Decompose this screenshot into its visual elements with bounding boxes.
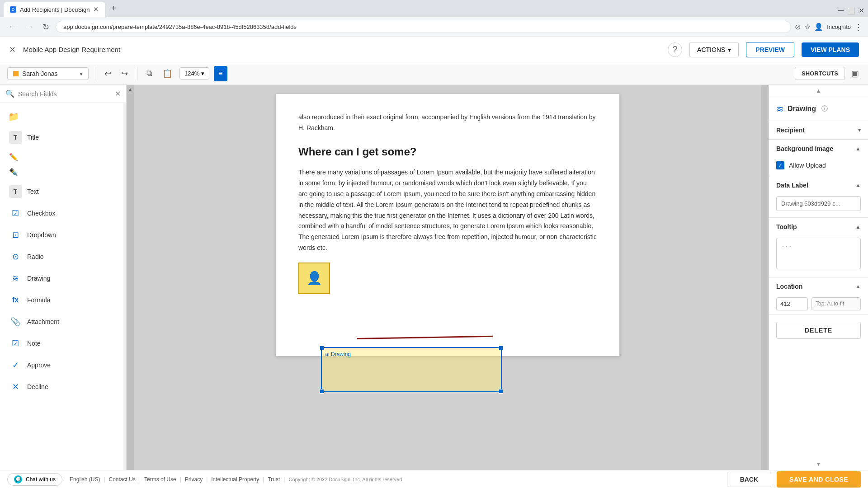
field-item-note[interactable]: ☑ Note: [0, 333, 126, 354]
back-nav-btn[interactable]: ←: [5, 20, 19, 33]
field-item-label-drawing: Drawing: [27, 275, 50, 282]
browser-tab[interactable]: D Add Recipients | DocuSign ✕: [4, 2, 105, 17]
search-input[interactable]: [18, 90, 111, 98]
close-doc-btn[interactable]: ✕: [9, 45, 16, 55]
drawing-field[interactable]: ≋ Drawing: [321, 347, 502, 392]
footer-ip-link[interactable]: Intellectual Property: [211, 476, 259, 483]
chat-us-btn[interactable]: 💬 Chat with us: [7, 473, 62, 486]
doc-area: ▲ also reproduced in their exact origina…: [127, 85, 769, 470]
minimize-icon[interactable]: ─: [838, 6, 844, 15]
profile-btn[interactable]: 👤: [814, 23, 823, 31]
zoom-selector[interactable]: 124% ▾: [179, 67, 209, 80]
tool-item-2[interactable]: ✒️: [7, 165, 119, 179]
browser-chrome: D Add Recipients | DocuSign ✕ + ─ ⬜ ✕: [0, 0, 868, 17]
delete-btn[interactable]: DELETE: [776, 322, 861, 339]
drawing-field-resize-tr[interactable]: [499, 346, 503, 350]
panel-scroll-up[interactable]: ▲: [769, 85, 868, 97]
doc-right-scroll[interactable]: [761, 85, 769, 470]
drawing-field-resize-br[interactable]: [499, 389, 503, 394]
data-label-input[interactable]: [776, 196, 861, 211]
tooltip-header[interactable]: Tooltip ▲: [769, 218, 868, 236]
view-plans-btn[interactable]: VIEW PLANS: [802, 42, 859, 57]
undo-btn[interactable]: ↩: [102, 66, 114, 81]
footer-contact-link[interactable]: Contact Us: [109, 476, 136, 483]
attachment-icon: 📎: [9, 315, 22, 328]
drawing-field-resize-tl[interactable]: [320, 346, 324, 350]
location-header[interactable]: Location ▲: [769, 277, 868, 296]
tab-title: Add Recipients | DocuSign: [20, 6, 90, 13]
field-item-text[interactable]: T Text: [0, 181, 126, 202]
footer-privacy-link[interactable]: Privacy: [185, 476, 203, 483]
screen-reader-btn[interactable]: ⊘: [795, 23, 801, 31]
field-item-folder[interactable]: 📁: [0, 107, 126, 127]
note-icon: ☑: [9, 337, 22, 350]
location-x-input[interactable]: [776, 297, 808, 310]
recipient-chevron-icon: ▾: [858, 127, 861, 133]
zoom-chevron-icon: ▾: [201, 70, 204, 77]
recipient-section-title: Recipient: [776, 127, 805, 134]
redo-btn[interactable]: ↪: [118, 66, 131, 81]
left-scroll-bar[interactable]: ▲: [127, 85, 134, 470]
actions-chevron-icon: ▾: [728, 46, 731, 53]
tab-close-icon[interactable]: ✕: [93, 5, 99, 14]
maximize-icon[interactable]: ⬜: [847, 7, 855, 14]
save-close-btn[interactable]: SAVE AND CLOSE: [777, 471, 861, 488]
sidebar-tools: ✏️ ✒️: [0, 148, 126, 181]
doc-heading: Where can I get some?: [298, 143, 597, 161]
help-btn[interactable]: ?: [668, 42, 682, 57]
field-item-radio[interactable]: ⊙ Radio: [0, 246, 126, 267]
pencil-tool-icon: ✒️: [9, 168, 18, 176]
field-item-dropdown[interactable]: ⊡ Dropdown: [0, 224, 126, 246]
field-item-title[interactable]: T Title: [0, 127, 126, 148]
footer-lang: English (US): [70, 476, 100, 483]
copy-btn[interactable]: ⧉: [144, 66, 155, 81]
field-item-drawing[interactable]: ≋ Drawing: [0, 267, 126, 289]
tooltip-chevron-icon: ▲: [855, 224, 861, 230]
footer-trust-link[interactable]: Trust: [268, 476, 280, 483]
field-mode-btn[interactable]: ≡: [214, 66, 227, 81]
field-item-checkbox[interactable]: ☑ Checkbox: [0, 202, 126, 224]
actions-btn[interactable]: ACTIONS ▾: [689, 42, 739, 57]
bookmark-btn[interactable]: ☆: [804, 23, 811, 31]
data-label-section: Data Label ▲: [769, 176, 868, 218]
background-image-header[interactable]: Background Image ▲: [769, 140, 868, 158]
location-section: Location ▲ Top: Auto-fit: [769, 277, 868, 314]
field-item-decline[interactable]: ✕ Decline: [0, 376, 126, 398]
data-label-header[interactable]: Data Label ▲: [769, 176, 868, 194]
drawing-field-resize-bl[interactable]: [320, 389, 324, 394]
panel-scroll-down[interactable]: ▼: [769, 458, 868, 470]
shortcuts-btn[interactable]: SHORTCUTS: [795, 67, 845, 80]
background-image-title: Background Image: [776, 145, 833, 152]
field-item-attachment[interactable]: 📎 Attachment: [0, 311, 126, 333]
preview-btn[interactable]: PREVIEW: [746, 42, 794, 57]
app-header: ✕ Mobile App Design Requirement ? ACTION…: [0, 37, 868, 62]
forward-nav-btn[interactable]: →: [23, 20, 36, 33]
radio-icon: ⊙: [9, 250, 22, 263]
recipient-section-header[interactable]: Recipient ▾: [769, 121, 868, 139]
allow-upload-checkbox[interactable]: ✓: [776, 161, 784, 169]
refresh-nav-btn[interactable]: ↻: [40, 20, 52, 34]
info-icon[interactable]: ⓘ: [821, 105, 828, 113]
menu-btn[interactable]: ⋮: [854, 22, 863, 32]
field-item-label-approve: Approve: [27, 361, 51, 369]
search-box: 🔍 ✕: [0, 85, 126, 103]
close-window-icon[interactable]: ✕: [859, 6, 864, 15]
scroll-up-icon[interactable]: ▲: [128, 87, 132, 92]
tooltip-textarea[interactable]: ...: [776, 238, 861, 269]
panel-toggle-btn[interactable]: ▣: [849, 67, 861, 80]
footer-terms-link[interactable]: Terms of Use: [144, 476, 176, 483]
back-btn[interactable]: BACK: [727, 472, 771, 487]
field-item-approve[interactable]: ✓ Approve: [0, 354, 126, 376]
dropdown-icon: ⊡: [9, 229, 22, 241]
field-item-formula[interactable]: fx Formula: [0, 289, 126, 311]
paste-btn[interactable]: 📋: [160, 66, 175, 81]
recipient-selector[interactable]: Sarah Jonas ▾: [7, 67, 89, 80]
tooltip-section: Tooltip ▲ ...: [769, 218, 868, 277]
address-bar[interactable]: app.docusign.com/prepare-template/249273…: [56, 21, 791, 33]
panel-chevron-up-icon: ▲: [816, 88, 821, 94]
sidebar-scroll-indicator: [123, 103, 126, 470]
new-tab-btn[interactable]: +: [107, 1, 120, 15]
tool-item-1[interactable]: ✏️: [7, 150, 119, 164]
title-icon: T: [9, 131, 22, 144]
search-clear-icon[interactable]: ✕: [115, 89, 121, 98]
